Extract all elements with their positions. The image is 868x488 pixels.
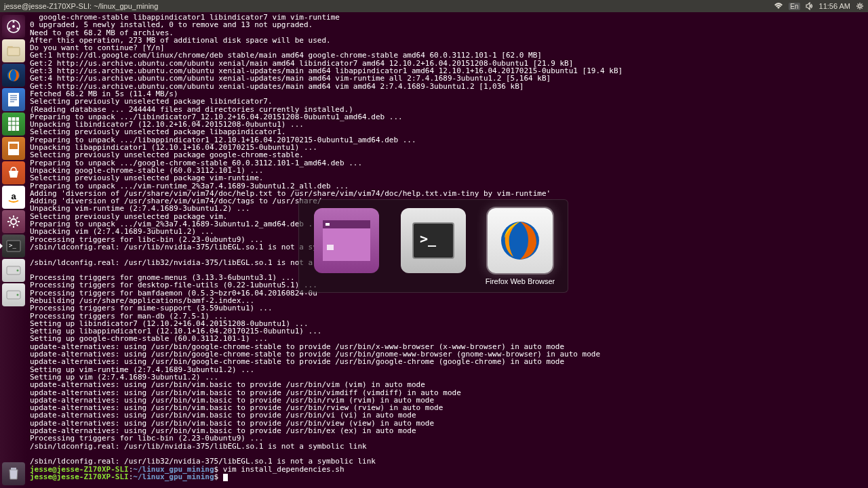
svg-point-0	[859, 5, 861, 7]
svg-rect-7	[7, 46, 13, 48]
lang-indicator[interactable]: En	[789, 3, 800, 10]
drive-icon-1[interactable]	[2, 259, 25, 282]
svg-rect-30	[323, 220, 370, 228]
calc-icon[interactable]	[2, 113, 25, 136]
files-icon[interactable]	[2, 39, 25, 62]
prompt-path-2: ~/linux_gpu_mining	[133, 472, 214, 481]
svg-rect-20	[9, 144, 18, 149]
svg-point-5	[17, 28, 19, 30]
svg-rect-29	[11, 468, 16, 470]
svg-point-4	[9, 28, 11, 30]
svg-rect-33	[327, 245, 334, 250]
clock[interactable]: 11:56 AM	[819, 2, 850, 10]
prev-command: vim install_dependencies.sh	[223, 465, 344, 474]
system-tray: En 11:56 AM	[774, 2, 864, 10]
svg-point-28	[17, 294, 19, 296]
switcher-app-1[interactable]	[310, 208, 383, 287]
dash-icon[interactable]	[2, 15, 25, 38]
svg-rect-31	[326, 223, 330, 226]
switcher-app-3[interactable]: Firefox Web Browser	[484, 208, 557, 287]
switcher-label-3: Firefox Web Browser	[486, 277, 555, 287]
svg-point-26	[17, 270, 19, 272]
app-switcher: >_ Firefox Web Browser	[298, 199, 568, 293]
window-title: jesse@jesse-Z170XP-SLI: ~/linux_gpu_mini…	[4, 2, 774, 10]
switcher-app-2[interactable]: >_	[397, 208, 470, 287]
prompt-user-2: jesse@jesse-Z170XP-SLI	[30, 472, 129, 481]
cursor	[223, 474, 228, 481]
amazon-icon[interactable]: a	[2, 186, 25, 209]
trash-icon[interactable]	[2, 462, 25, 485]
unity-launcher: a >_	[0, 12, 27, 488]
svg-text:a: a	[11, 191, 16, 201]
svg-rect-14	[8, 117, 19, 131]
svg-text:>_: >_	[420, 230, 437, 247]
top-menubar: jesse@jesse-Z170XP-SLI: ~/linux_gpu_mini…	[0, 0, 868, 12]
svg-point-22	[11, 219, 16, 224]
firefox-icon[interactable]	[2, 64, 25, 87]
gear-icon[interactable]	[856, 2, 864, 10]
svg-text:>_: >_	[9, 242, 16, 249]
impress-icon[interactable]	[2, 137, 25, 160]
svg-point-3	[13, 21, 15, 23]
svg-rect-6	[7, 47, 20, 56]
writer-icon[interactable]	[2, 88, 25, 111]
wifi-icon[interactable]	[774, 2, 783, 10]
drive-icon-2[interactable]	[2, 283, 25, 306]
terminal-launcher-icon[interactable]: >_	[2, 235, 25, 258]
settings-icon[interactable]	[2, 210, 25, 233]
svg-point-2	[12, 25, 15, 28]
sound-icon[interactable]	[806, 2, 814, 10]
software-icon[interactable]	[2, 161, 25, 184]
